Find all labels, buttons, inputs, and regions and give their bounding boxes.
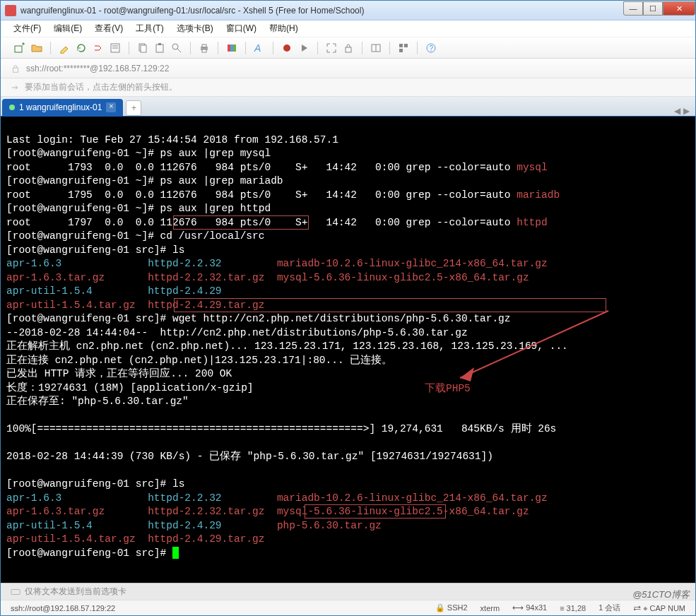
address-text[interactable]: ssh://root:********@192.168.57.129:22 [26, 64, 169, 73]
term-line: [root@wangruifeng-01 src]# ls [6, 244, 184, 256]
menu-help[interactable]: 帮助(H) [269, 23, 298, 35]
svg-rect-15 [233, 45, 236, 52]
term-line: [root@wangruifeng-01 src]# ls [6, 478, 184, 490]
terminal[interactable]: Last login: Tue Feb 27 15:44:54 2018 fro… [1, 117, 695, 583]
close-button[interactable]: ✕ [663, 1, 695, 16]
lock-icon[interactable] [342, 42, 355, 54]
svg-rect-22 [404, 44, 408, 47]
term-line: apr-1.6.3.tar.gz httpd-2.2.32.tar.gz mys… [6, 272, 529, 283]
svg-rect-5 [141, 45, 146, 52]
svg-rect-13 [228, 45, 230, 52]
address-bar: ssh://root:********@192.168.57.129:22 [1, 59, 695, 78]
fullscreen-icon[interactable] [325, 42, 338, 54]
term-line: 正在解析主机 cn2.php.net (cn2.php.net)... 123.… [6, 340, 568, 352]
status-indicators: ⮂ ⊕ CAP NUM [633, 604, 685, 612]
font-icon[interactable]: A [253, 42, 266, 54]
term-line: [root@wangruifeng-01 ~]# ps aux |grep my… [6, 148, 271, 159]
copy-icon[interactable] [136, 42, 149, 54]
term-line: apr-util-1.5.4 httpd-2.4.29 php-5.6.30.t… [6, 520, 382, 531]
titlebar[interactable]: wangruifenglinux-01 - root@wangruifeng-0… [1, 1, 695, 20]
term-line: 已发出 HTTP 请求，正在等待回应... 200 OK [6, 368, 232, 379]
term-line: [root@wangruifeng-01 src]# [6, 547, 179, 559]
svg-rect-6 [156, 45, 163, 52]
status-path: ssh://root@192.168.57.129:22 [11, 604, 423, 612]
term-line: apr-1.6.3 httpd-2.2.32 mariadb-10.2.6-li… [6, 258, 548, 269]
term-line: root 1793 0.0 0.0 112676 984 pts/0 S+ 14… [6, 162, 548, 173]
status-sessions: 1 会话 [598, 603, 620, 613]
term-line: apr-util-1.5.4.tar.gz httpd-2.4.29.tar.g… [6, 300, 264, 311]
tabstrip: 1 wangruifenglinux-01 × + ◀ ▶ [1, 97, 695, 117]
minimize-button[interactable]: — [623, 1, 643, 16]
menu-view[interactable]: 查看(V) [95, 23, 123, 35]
paste-icon[interactable] [153, 42, 166, 54]
term-line: [root@wangruifeng-01 ~]# cd /usr/local/s… [6, 230, 264, 242]
lock-icon [11, 64, 20, 73]
svg-rect-26 [13, 68, 18, 72]
term-line: apr-1.6.3.tar.gz httpd-2.2.32.tar.gz mys… [6, 506, 529, 517]
svg-rect-14 [230, 45, 233, 52]
svg-rect-0 [15, 46, 22, 52]
status-pos: ≡ 31,28 [560, 604, 586, 612]
cursor [172, 547, 179, 559]
term-line: apr-util-1.5.4.tar.gz httpd-2.4.29.tar.g… [6, 533, 264, 545]
svg-rect-12 [202, 49, 206, 52]
help-icon[interactable]: ? [425, 42, 437, 54]
term-line: 100%[===================================… [6, 423, 574, 434]
app-icon [5, 5, 16, 16]
session-list-icon[interactable] [397, 42, 410, 54]
properties-icon[interactable] [109, 42, 122, 54]
tab-label: 1 wangruifenglinux-01 [19, 102, 102, 112]
term-line: 长度：19274631 (18M) [application/x-gzip] [6, 382, 254, 393]
tab-next-icon[interactable]: ▶ [683, 106, 690, 116]
term-line: [root@wangruifeng-01 ~]# ps aux |grep ma… [6, 175, 283, 186]
maximize-button[interactable]: ☐ [643, 1, 663, 16]
term-line: 正在连接 cn2.php.net (cn2.php.net)|123.125.2… [6, 355, 392, 366]
disconnect-icon[interactable] [92, 42, 105, 54]
print-icon[interactable] [198, 42, 211, 54]
term-line: root 1795 0.0 0.0 112676 984 pts/0 S+ 14… [6, 189, 560, 201]
menu-tabs[interactable]: 选项卡(B) [177, 23, 213, 35]
search-icon[interactable] [170, 42, 183, 54]
term-line: 正在保存至: "php-5.6.30.tar.gz" [6, 396, 189, 407]
term-line: Last login: Tue Feb 27 15:44:54 2018 fro… [6, 134, 338, 146]
open-folder-icon[interactable] [30, 42, 43, 54]
menu-file[interactable]: 文件(F) [13, 23, 41, 35]
status-dot-icon [9, 105, 15, 110]
status-ssh: 🔒 SSH2 [435, 603, 468, 612]
arrow-icon [11, 83, 20, 93]
script-record-icon[interactable] [281, 42, 293, 54]
term-line: apr-1.6.3 httpd-2.2.32 mariadb-10.2.6-li… [6, 492, 548, 504]
svg-point-17 [283, 45, 290, 52]
tab-prev-icon[interactable]: ◀ [674, 106, 680, 116]
send-bar[interactable]: 仅将文本发送到当前选项卡 [1, 583, 695, 600]
highlight-icon[interactable] [58, 42, 71, 54]
send-text: 仅将文本发送到当前选项卡 [25, 586, 126, 598]
close-tab-icon[interactable]: × [106, 102, 116, 112]
menu-edit[interactable]: 编辑(E) [54, 23, 82, 35]
reconnect-icon[interactable] [75, 42, 88, 54]
svg-text:A: A [254, 42, 261, 54]
svg-point-8 [172, 44, 178, 49]
svg-text:?: ? [430, 45, 434, 52]
script-play-icon[interactable] [297, 42, 310, 54]
svg-rect-29 [11, 589, 20, 594]
new-terminal-icon[interactable] [13, 42, 26, 54]
menu-window[interactable]: 窗口(W) [226, 23, 256, 35]
term-line: 2018-02-28 14:44:39 (730 KB/s) - 已保存 "ph… [6, 451, 493, 462]
hint-text: 要添加当前会话，点击左侧的箭头按钮。 [25, 81, 177, 93]
session-tab[interactable]: 1 wangruifenglinux-01 × [2, 99, 123, 116]
add-tab-button[interactable]: + [126, 100, 141, 116]
term-line: --2018-02-28 14:44:04-- http://cn2.php.n… [6, 327, 468, 338]
statusbar: ssh://root@192.168.57.129:22 🔒 SSH2 xter… [1, 600, 695, 615]
app-window: wangruifenglinux-01 - root@wangruifeng-0… [0, 0, 696, 616]
split-icon[interactable] [370, 42, 382, 54]
svg-rect-7 [158, 43, 161, 45]
menu-tools[interactable]: 工具(T) [136, 23, 163, 35]
color-icon[interactable] [225, 42, 238, 54]
svg-rect-18 [346, 47, 351, 52]
keyboard-icon [11, 587, 20, 597]
menubar: 文件(F) 编辑(E) 查看(V) 工具(T) 选项卡(B) 窗口(W) 帮助(… [1, 20, 695, 37]
hint-bar: 要添加当前会话，点击左侧的箭头按钮。 [1, 78, 695, 97]
svg-line-9 [177, 49, 181, 52]
status-size: ⟷ 94x31 [512, 603, 547, 612]
